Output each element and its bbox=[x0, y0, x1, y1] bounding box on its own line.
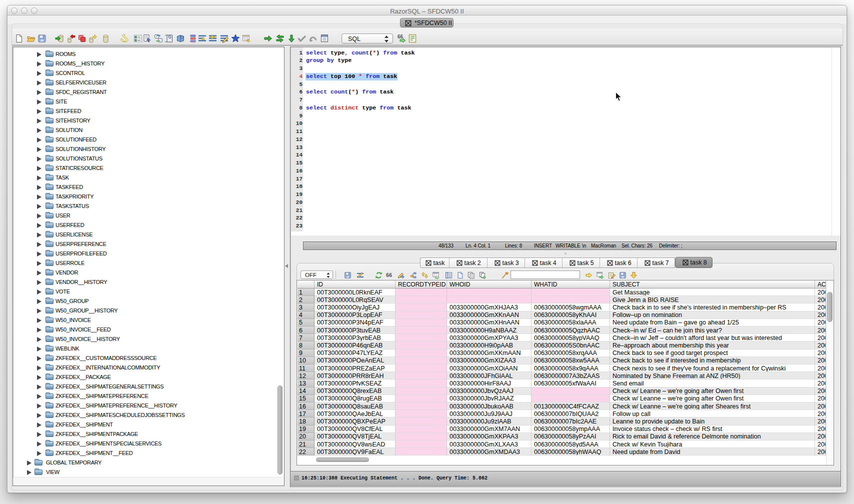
svg-text:66: 66 bbox=[386, 272, 392, 278]
svg-text:66: 66 bbox=[398, 34, 404, 40]
